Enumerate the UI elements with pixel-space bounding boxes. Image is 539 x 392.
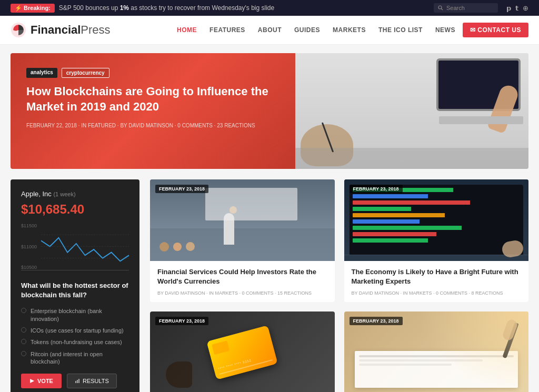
stock-name: Apple, Inc (1 week) — [21, 190, 129, 198]
article-meta-1: BY DAVID MATINSON · IN MARKETS · 0 COMME… — [157, 290, 327, 296]
flag-icon — [29, 378, 35, 384]
article-date-1: FEBRUARY 23, 2018 — [155, 185, 208, 193]
radio-2[interactable] — [21, 327, 26, 333]
svg-marker-6 — [30, 379, 34, 383]
svg-rect-7 — [75, 381, 76, 383]
stock-widget: Apple, Inc (1 week) $10,685.40 $11500 $1… — [21, 190, 129, 270]
stock-chart: $11500 $11000 $10500 — [21, 223, 129, 270]
icon-twitter[interactable]: 𝘁 — [515, 4, 518, 12]
logo-sub: Press — [81, 23, 110, 36]
stock-price: $10,685.40 — [21, 202, 129, 217]
main-nav: HOME FEATURES ABOUT GUIDES MARKETS THE I… — [172, 23, 528, 37]
hero-title: How Blockchains are Going to Influence t… — [26, 84, 280, 114]
radio-1[interactable] — [21, 308, 26, 313]
breaking-text: S&P 500 bounces up 1% as stocks try to r… — [59, 4, 274, 12]
article-title-1[interactable]: Financial Services Could Help Investors … — [157, 267, 327, 286]
nav-features[interactable]: FEATURES — [204, 23, 251, 37]
article-date-2: FEBRUARY 23, 2018 — [350, 185, 403, 193]
icon-rss[interactable]: ⊕ — [523, 4, 528, 12]
contact-button[interactable]: ✉ CONTACT US — [463, 23, 528, 37]
poll-buttons: VOTE RESULTS — [21, 374, 129, 388]
logo-main: Financial — [31, 23, 81, 36]
search-bar[interactable] — [434, 3, 498, 13]
hero-tags: analytics cryptocurrency — [26, 68, 280, 78]
svg-rect-9 — [78, 379, 79, 383]
breaking-label: ⚡ Breaking: — [11, 4, 55, 13]
hero-meta: FEBRUARY 22, 2018 · IN FEATURED · BY DAV… — [26, 123, 280, 128]
vote-button[interactable]: VOTE — [21, 374, 62, 388]
site-header: FinancialPress HOME FEATURES ABOUT GUIDE… — [0, 16, 539, 45]
article-date-3: FEBRUARY 23, 2018 — [155, 317, 208, 325]
tag-analytics[interactable]: analytics — [26, 68, 57, 78]
chart-labels: $11500 $11000 $10500 — [21, 223, 37, 270]
article-title-2[interactable]: The Economy is Likely to Have a Bright F… — [352, 267, 522, 286]
poll-option-3[interactable]: Tokens (non-fundraising use cases) — [21, 338, 129, 346]
article-grid: FEBRUARY 23, 2018 Financial Services Cou… — [150, 179, 528, 392]
poll-options: Enterprise blockchain (bank innovation) … — [21, 307, 129, 365]
chart-icon — [75, 378, 80, 384]
hero-section: analytics cryptocurrency How Blockchains… — [11, 53, 528, 169]
radio-4[interactable] — [21, 351, 26, 356]
nav-news[interactable]: NEWS — [430, 23, 461, 37]
search-icon — [438, 5, 443, 11]
article-content-1: Financial Services Could Help Investors … — [150, 261, 335, 302]
article-card-3: **** **** **** 3312 FEBRUARY 23, 2018 — [150, 311, 335, 392]
article-image-4: FEBRUARY 23, 2018 — [344, 311, 529, 392]
article-card-4: FEBRUARY 23, 2018 — [344, 311, 529, 392]
breaking-news-right: 𝗽 𝘁 ⊕ — [434, 3, 528, 13]
search-input[interactable] — [446, 5, 494, 11]
site-logo[interactable]: FinancialPress — [11, 22, 111, 38]
nav-markets[interactable]: MARKETS — [327, 23, 371, 37]
top-icons: 𝗽 𝘁 ⊕ — [506, 4, 528, 12]
nav-ico-list[interactable]: THE ICO LIST — [373, 23, 428, 37]
breaking-news-left: ⚡ Breaking: S&P 500 bounces up 1% as sto… — [11, 4, 274, 13]
hero-image — [295, 53, 528, 169]
article-image-2: FEBRUARY 23, 2018 — [344, 179, 529, 261]
main-content: Apple, Inc (1 week) $10,685.40 $11500 $1… — [0, 179, 539, 392]
tag-cryptocurrency[interactable]: cryptocurrency — [62, 68, 109, 78]
svg-point-0 — [438, 6, 442, 9]
poll-question: What will be the hottest sector of block… — [21, 281, 129, 300]
svg-line-1 — [442, 9, 443, 11]
article-content-2: The Economy is Likely to Have a Bright F… — [344, 261, 529, 302]
article-meta-2: BY DAVID MATINSON · IN MARKETS · 0 COMME… — [352, 290, 522, 296]
article-image-3: **** **** **** 3312 FEBRUARY 23, 2018 — [150, 311, 335, 392]
icon-pinterest[interactable]: 𝗽 — [506, 4, 511, 12]
radio-3[interactable] — [21, 339, 26, 344]
article-card-2: FEBRUARY 23, 2018 The Economy is Likely … — [344, 179, 529, 302]
nav-about[interactable]: ABOUT — [253, 23, 287, 37]
article-card-1: FEBRUARY 23, 2018 Financial Services Cou… — [150, 179, 335, 302]
poll-option-2[interactable]: ICOs (use cases for startup funding) — [21, 327, 129, 334]
nav-guides[interactable]: GUIDES — [289, 23, 325, 37]
hero-left[interactable]: analytics cryptocurrency How Blockchains… — [11, 53, 295, 169]
article-image-1: FEBRUARY 23, 2018 — [150, 179, 335, 261]
article-date-4: FEBRUARY 23, 2018 — [350, 317, 403, 325]
nav-home[interactable]: HOME — [172, 23, 202, 37]
poll-option-1[interactable]: Enterprise blockchain (bank innovation) — [21, 307, 129, 323]
poll-section: What will be the hottest sector of block… — [21, 281, 129, 388]
results-button[interactable]: RESULTS — [67, 374, 117, 388]
svg-rect-8 — [77, 380, 78, 383]
logo-icon — [11, 22, 26, 38]
sidebar: Apple, Inc (1 week) $10,685.40 $11500 $1… — [11, 179, 139, 392]
breaking-news-bar: ⚡ Breaking: S&P 500 bounces up 1% as sto… — [0, 0, 539, 16]
poll-option-4[interactable]: Ritcoin (and interest in open blockchain… — [21, 350, 129, 366]
